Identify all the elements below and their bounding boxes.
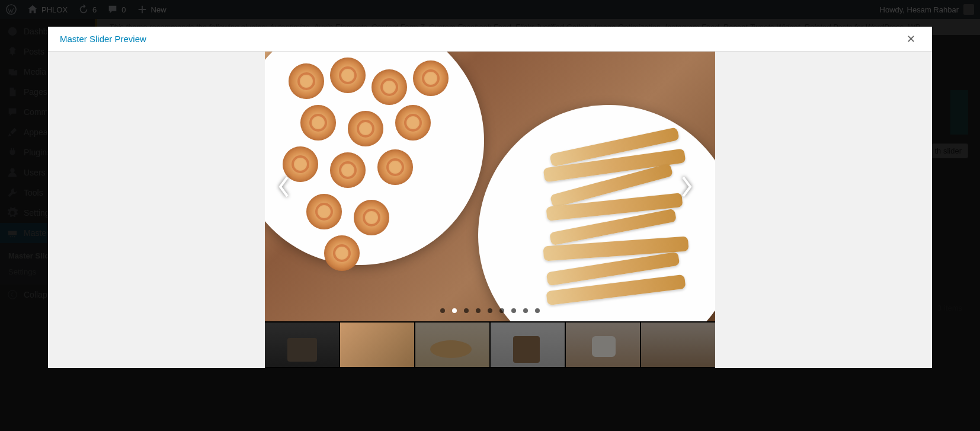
slider-thumb-3[interactable]	[491, 323, 565, 367]
chevron-left-icon	[277, 175, 291, 199]
slider-bullet-5[interactable]	[499, 308, 504, 313]
close-icon: ✕	[907, 33, 915, 45]
slider-thumb-4[interactable]	[566, 323, 640, 367]
slider-bullet-7[interactable]	[523, 308, 528, 313]
modal-body	[48, 52, 932, 368]
modal-header: Master Slider Preview ✕	[48, 27, 932, 52]
chevron-right-icon	[680, 175, 694, 199]
slider-bullet-1[interactable]	[452, 308, 457, 313]
slider-thumb-1[interactable]	[340, 323, 414, 367]
slider-thumbnails	[265, 321, 715, 368]
slider-container	[265, 52, 715, 368]
slider-bullet-3[interactable]	[476, 308, 481, 313]
slider-bullet-2[interactable]	[464, 308, 469, 313]
slider-next-button[interactable]	[680, 175, 703, 199]
slider-thumb-2[interactable]	[415, 323, 489, 367]
slider-bullet-6[interactable]	[511, 308, 516, 313]
food-decoration	[265, 52, 715, 321]
slider-main-view	[265, 52, 715, 321]
slider-prev-button[interactable]	[277, 175, 300, 199]
slider-bullet-8[interactable]	[535, 308, 540, 313]
slider-thumb-0[interactable]	[265, 323, 339, 367]
preview-modal: Master Slider Preview ✕	[48, 27, 932, 368]
slider-thumb-5[interactable]	[641, 323, 715, 367]
close-button[interactable]: ✕	[902, 30, 920, 48]
slider-bullet-4[interactable]	[488, 308, 492, 313]
slider-bullet-0[interactable]	[440, 308, 445, 313]
modal-overlay: Master Slider Preview ✕	[0, 0, 980, 431]
slider-bullets	[440, 308, 540, 313]
modal-title: Master Slider Preview	[60, 34, 146, 44]
